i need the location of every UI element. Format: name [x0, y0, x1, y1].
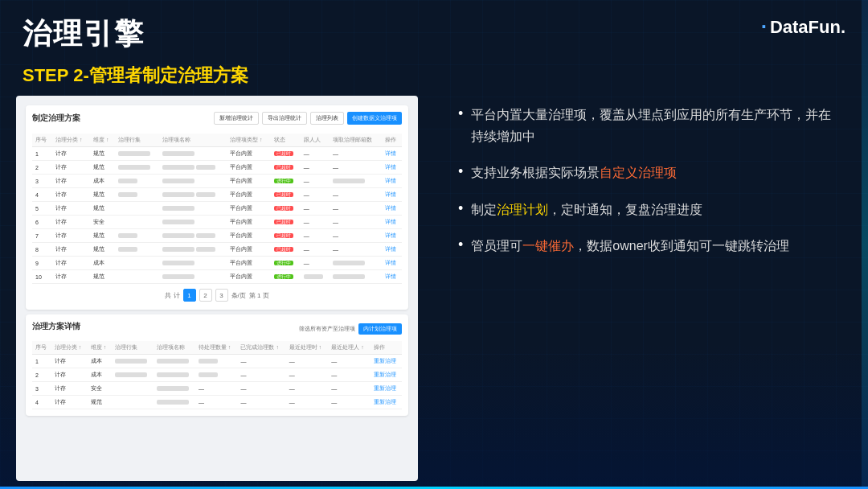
col-op: 操作 — [382, 134, 402, 147]
table-row: 10 计存 规范 平台内置 进行中 详情 — [32, 270, 402, 284]
col-set: 治理行集 — [115, 134, 159, 147]
bullet-dot-4: • — [458, 235, 463, 255]
pagination: 共 计 1 2 3 条/页 第 1 页 — [32, 284, 402, 303]
bullet-dot-2: • — [458, 162, 463, 182]
bullet-text-3: 制定治理计划，定时通知，复盘治理进度 — [471, 199, 702, 220]
btn-list[interactable]: 治理列表 — [310, 112, 344, 125]
table-row: 1 计存 成本 — — — 重新治理 — [32, 355, 402, 368]
section1-title: 制定治理方案 — [32, 113, 80, 124]
page-btn-1[interactable]: 1 — [183, 289, 196, 302]
btn-export[interactable]: 导出治理统计 — [262, 112, 307, 125]
col-type: 治理分类 ↑ — [52, 134, 90, 147]
bullet-dot-3: • — [458, 199, 463, 219]
col-owner: 跟人人 — [301, 134, 330, 147]
bullet-text-4: 管员理可一键催办，数据owner收到通知可一键跳转治理 — [471, 235, 789, 257]
page-btn-3[interactable]: 3 — [215, 289, 228, 302]
col-status: 状态 — [271, 134, 300, 147]
bullet-text-1: 平台内置大量治理项，覆盖从埋点到应用的所有生产环节，并在持续增加中 — [471, 104, 844, 147]
btn-filter[interactable]: 内计划治理项 — [358, 323, 402, 335]
bullet-2: • 支持业务根据实际场景自定义治理项 — [458, 162, 844, 183]
table-row: 2 计存 规范 平台内置 已超时 — — 详情 — [32, 161, 402, 175]
bullet-1: • 平台内置大量治理项，覆盖从埋点到应用的所有生产环节，并在持续增加中 — [458, 104, 844, 147]
table-row: 7 计存 规范 平台内置 已超时 — — 详情 — [32, 229, 402, 243]
logo-dot: · — [761, 14, 767, 39]
right-panel: • 平台内置大量治理项，覆盖从埋点到应用的所有生产环节，并在持续增加中 • 支持… — [434, 96, 852, 481]
col-name: 治理项名称 — [159, 134, 227, 147]
table-row: 8 计存 规范 平台内置 已超时 — — 详情 — [32, 243, 402, 257]
bullet-3: • 制定治理计划，定时通知，复盘治理进度 — [458, 199, 844, 220]
table-row: 9 计存 成本 平台内置 进行中 — 详情 — [32, 257, 402, 270]
bullet-dot-1: • — [458, 104, 463, 124]
btn-create[interactable]: 创建数据义治理项 — [347, 112, 402, 125]
step-title: STEP 2-管理者制定治理方案 — [0, 60, 868, 96]
col-dim: 维度 ↑ — [90, 134, 115, 147]
main-content: 制定治理方案 新增治理统计 导出治理统计 治理列表 创建数据义治理项 序号 — [0, 96, 868, 489]
section2-title: 治理方案详情 — [32, 321, 80, 332]
section1-toolbar: 新增治理统计 导出治理统计 治理列表 创建数据义治理项 — [214, 112, 402, 125]
header: 治理引擎 · DataFun. — [0, 0, 868, 60]
table-row: 5 计存 规范 平台内置 已超时 — — 详情 — [32, 202, 402, 216]
detail-table: 序号 治理分类 ↑ 维度 ↑ 治理行集 治理项名称 待处理数量 ↑ 已完成治理数… — [32, 341, 402, 409]
table-row: 1 计存 规范 平台内置 已超时 — — 详情 — [32, 147, 402, 161]
bullet-4: • 管员理可一键催办，数据owner收到通知可一键跳转治理 — [458, 235, 844, 257]
table-row: 6 计存 安全 平台内置 已超时 — — 详情 — [32, 216, 402, 229]
highlight-plan: 治理计划 — [497, 203, 548, 216]
col-notify: 项取治理邮箱数 — [330, 134, 382, 147]
page-title: 治理引擎 — [23, 14, 145, 54]
main-container: 治理引擎 · DataFun. STEP 2-管理者制定治理方案 制定治理方案 … — [0, 0, 868, 489]
bullet-text-2: 支持业务根据实际场景自定义治理项 — [471, 162, 677, 183]
highlight-urge: 一键催办 — [522, 239, 574, 253]
col-item-type: 治理项类型 ↑ — [227, 134, 271, 147]
left-panel: 制定治理方案 新增治理统计 导出治理统计 治理列表 创建数据义治理项 序号 — [16, 96, 418, 481]
table-row: 4 计存 规范 平台内置 已超时 — — 详情 — [32, 188, 402, 202]
table-row: 4 计存 规范 — — — — 重新治理 — [32, 396, 402, 409]
table-section-2: 治理方案详情 筛选所有资产至治理项 内计划治理项 序号 治理分类 ↑ 维度 ↑ — [26, 314, 408, 416]
page-btn-2[interactable]: 2 — [199, 289, 212, 302]
table-section-1: 制定治理方案 新增治理统计 导出治理统计 治理列表 创建数据义治理项 序号 — [26, 105, 408, 310]
table-row: 3 计存 安全 — — — — 重新治理 — [32, 382, 402, 396]
logo: · DataFun. — [761, 14, 845, 39]
table-row: 2 计存 成本 — — — 重新治理 — [32, 368, 402, 382]
col-seq: 序号 — [32, 134, 52, 147]
btn-stats[interactable]: 新增治理统计 — [214, 112, 259, 125]
main-table: 序号 治理分类 ↑ 维度 ↑ 治理行集 治理项名称 治理项类型 ↑ 状态 跟人人… — [32, 134, 402, 284]
table-row: 3 计存 成本 平台内置 进行中 — 详情 — [32, 175, 402, 188]
logo-text: DataFun. — [770, 17, 845, 38]
highlight-custom: 自定义治理项 — [600, 166, 677, 179]
